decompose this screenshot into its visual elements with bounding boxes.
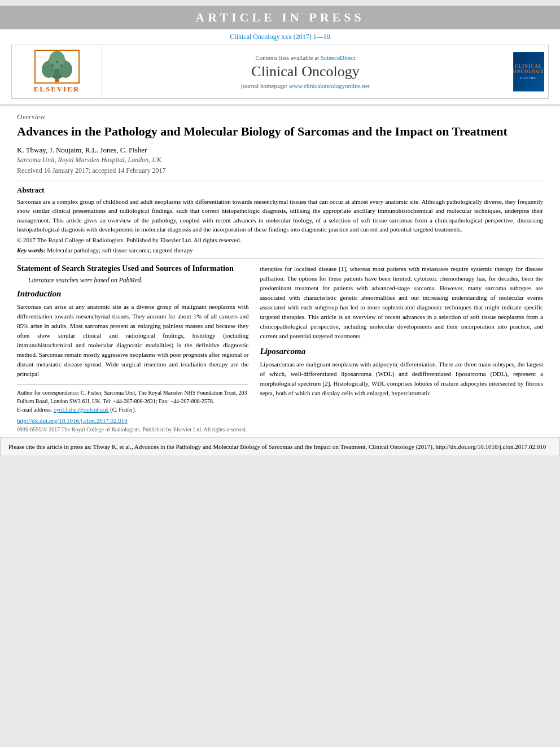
keywords-text: Molecular pathology; soft tissue sarcoma… [47,247,193,254]
article-content: Overview Advances in the Pathology and M… [0,106,560,437]
journal-center: Contents lists available at ScienceDirec… [102,50,509,94]
journal-homepage: journal homepage: www.clinicaloncologyon… [108,82,503,89]
elsevier-label: ELSEVIER [34,85,80,94]
citation-box-text: Please cite this article in press as: Th… [8,442,552,452]
journal-homepage-link[interactable]: www.clinicaloncologyonline.net [289,82,370,89]
authors: K. Thway, J. Noujaim, R.L. Jones, C. Fis… [17,146,543,155]
affiliation: Sarcoma Unit, Royal Marsden Hospital, Lo… [17,156,543,164]
article-in-press-banner: ARTICLE IN PRESS [0,6,560,29]
svg-point-5 [51,64,54,67]
email-label: E-mail address: [17,407,52,413]
page: ARTICLE IN PRESS Clinical Oncology xxx (… [0,6,560,456]
elsevier-tree-icon [34,50,80,84]
badge-subtitle: ELSEVIER [520,76,536,80]
divider-1 [17,181,543,181]
keywords: Key words: Molecular pathology; soft tis… [17,247,543,254]
search-section-heading: Statement of Search Strategies Used and … [17,264,248,273]
footnote-section: Author for correspondence: C. Fisher, Sa… [17,385,248,414]
email-suffix: (C. Fisher). [110,407,136,413]
abstract-text: Sarcomas are a complex group of childhoo… [17,197,543,234]
citation-box: Please cite this article in press as: Th… [0,437,560,457]
badge-title: CLINICALONCOLOGY [513,64,544,74]
svg-point-6 [60,64,63,67]
abstract-title: Abstract [17,186,543,195]
divider-2 [17,258,543,259]
search-statement-text: Literature searches were based on PubMed… [28,277,248,283]
copyright: © 2017 The Royal College of Radiologists… [17,237,543,243]
sciencedirect-link[interactable]: ScienceDirect [321,54,356,61]
journal-header-inner: ELSEVIER Contents lists available at Sci… [11,45,549,99]
overview-label: Overview [17,112,543,121]
article-title: Advances in the Pathology and Molecular … [17,124,543,140]
liposarcoma-heading: Liposarcoma [260,347,543,356]
left-column: Statement of Search Strategies Used and … [17,264,248,437]
received-date: Received 16 January 2017; accepted 14 Fe… [17,167,543,175]
journal-title: Clinical Oncology [108,63,503,80]
introduction-text: Sarcomas can arise at any anatomic site … [17,302,248,379]
doi-link[interactable]: http://dx.doi.org/10.1016/j.clon.2017.02… [17,417,248,424]
svg-point-4 [49,51,65,69]
journal-citation: Clinical Oncology xxx (2017) 1—10 [11,33,549,41]
journal-header: Clinical Oncology xxx (2017) 1—10 [0,29,560,106]
footnote-email: E-mail address: cyril.fisher@rmh.nhs.uk … [17,405,248,414]
footnote-author: Author for correspondence: C. Fisher, Sa… [17,388,248,405]
sciencedirect-line: Contents lists available at ScienceDirec… [108,54,503,61]
two-column-layout: Statement of Search Strategies Used and … [17,264,543,437]
liposarcoma-text: Liposarcomas are malignant neoplasms wit… [260,360,543,398]
right-column: therapies for localised disease [1], whe… [260,264,543,437]
journal-badge-box: CLINICALONCOLOGY ELSEVIER [513,52,544,91]
email-link[interactable]: cyril.fisher@rmh.nhs.uk [54,407,109,413]
keywords-label: Key words: [17,247,45,254]
abstract-section: Abstract Sarcomas are a complex group of… [17,186,543,254]
elsevier-logo: ELSEVIER [12,45,102,98]
journal-badge: CLINICALONCOLOGY ELSEVIER [509,47,548,96]
banner-text: ARTICLE IN PRESS [195,10,364,24]
right-intro-text: therapies for localised disease [1], whe… [260,264,543,341]
svg-point-7 [56,61,58,63]
issn-line: 0936-6555/© 2017 The Royal College of Ra… [17,426,248,433]
introduction-heading: Introduction [17,289,248,299]
